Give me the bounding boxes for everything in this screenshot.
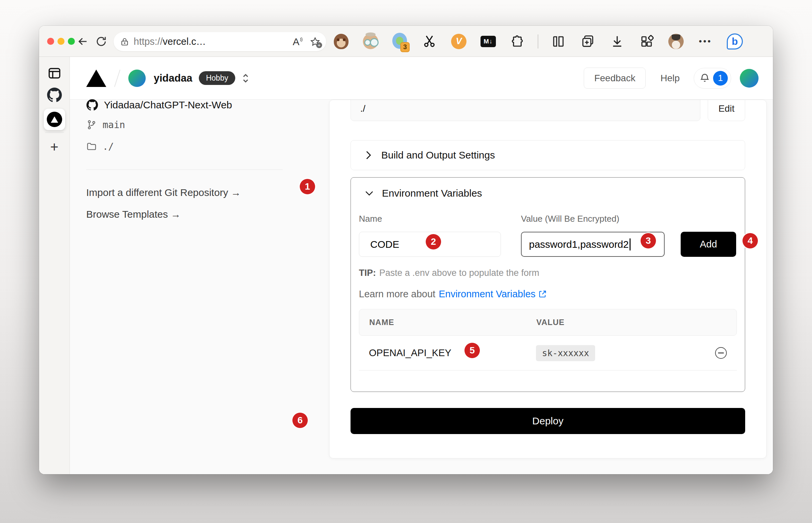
selected-repo-row: Yidadaa/ChatGPT-Next-Web <box>86 99 232 111</box>
breadcrumb-slash <box>114 70 121 87</box>
vercel-header: yidadaa Hobby Feedback Help 1 <box>70 57 773 100</box>
add-label: Add <box>700 239 717 250</box>
proxy-extension-icon[interactable]: 3 <box>391 32 409 51</box>
markdown-extension-icon[interactable]: M↓ <box>479 32 497 51</box>
puzzle-icon <box>511 34 525 49</box>
sound-waves-icon <box>299 37 304 44</box>
lock-icon <box>120 37 129 47</box>
settings-more-button[interactable]: ••• <box>696 32 715 51</box>
annotation-badge-1: 1 <box>300 179 315 194</box>
root-path-input[interactable]: ./ <box>351 100 700 121</box>
monkey-icon <box>334 34 348 49</box>
environment-variables-section: Environment Variables Name Value (Will B… <box>351 177 745 392</box>
env-tip: TIP: Paste a .env above to populate the … <box>359 267 737 279</box>
scissors-icon <box>422 34 437 49</box>
help-link[interactable]: Help <box>660 73 680 84</box>
repo-name: Yidadaa/ChatGPT-Next-Web <box>104 99 232 111</box>
close-window-button[interactable] <box>47 38 54 45</box>
sidebar-add-button[interactable]: + <box>50 139 58 155</box>
bing-icon: b <box>727 33 743 50</box>
tampermonkey-extension-icon[interactable] <box>332 32 351 51</box>
env-form-row: CODE password1,password2 Add <box>359 232 737 257</box>
env-row-value: sk-xxxxxx <box>536 345 595 361</box>
profile-button[interactable] <box>667 32 685 51</box>
extensions-menu-button[interactable] <box>508 32 527 51</box>
annotation-badge-4: 4 <box>742 233 758 249</box>
plan-badge: Hobby <box>199 71 235 85</box>
env-row-name: OPENAI_API_KEY <box>369 347 536 359</box>
back-arrow-icon <box>77 35 89 48</box>
apps-launcher-button[interactable] <box>637 32 656 51</box>
env-section-header[interactable]: Environment Variables <box>359 187 737 200</box>
env-table-name-header: NAME <box>369 318 536 327</box>
vercel-app-icon <box>47 112 62 127</box>
env-table-header: NAME VALUE <box>359 309 737 336</box>
downloads-button[interactable] <box>608 32 626 51</box>
git-branch-icon <box>86 119 97 130</box>
split-screen-button[interactable] <box>549 32 568 51</box>
browse-templates-link[interactable]: Browse Templates → <box>86 208 181 221</box>
read-aloud-button[interactable]: A <box>293 37 304 47</box>
branch-name: main <box>102 120 125 130</box>
sidebar-divider <box>45 132 64 133</box>
import-different-repo-link[interactable]: Import a different Git Repository → <box>86 186 241 199</box>
reload-icon <box>95 35 107 48</box>
clipper-extension-icon[interactable] <box>420 32 439 51</box>
edit-root-button[interactable]: Edit <box>708 100 745 121</box>
apps-grid-icon <box>640 34 654 49</box>
vercel-page: yidadaa Hobby Feedback Help 1 Yidad <box>70 57 773 474</box>
add-env-button[interactable]: Add <box>681 232 736 257</box>
proxy-globe-icon: 3 <box>392 33 408 50</box>
reload-button[interactable] <box>92 26 111 57</box>
env-value-value: password1,password2 <box>529 239 629 250</box>
collections-button[interactable] <box>579 32 597 51</box>
learn-more-text: Learn more about <box>359 289 435 300</box>
env-section-title: Environment Variables <box>382 187 482 199</box>
edge-sidebar: + <box>39 57 70 474</box>
env-table-row: OPENAI_API_KEY sk-xxxxxx <box>359 336 737 371</box>
address-bar[interactable]: https://vercel.c… A + <box>114 32 326 51</box>
reader-extension-icon[interactable] <box>361 32 380 51</box>
url-scheme: https:// <box>134 36 163 47</box>
root-path-row: ./ Edit <box>351 100 745 121</box>
branch-row: main <box>86 119 125 131</box>
chevron-right-icon <box>364 150 372 160</box>
value-label: Value (Will Be Encrypted) <box>521 214 737 224</box>
sidebar-tabs-button[interactable] <box>48 66 61 80</box>
notifications-button[interactable]: 1 <box>694 68 731 89</box>
chevron-down-icon <box>365 190 374 197</box>
person-glasses-icon <box>363 34 378 49</box>
bing-chat-button[interactable]: b <box>725 32 744 51</box>
env-field-labels: Name Value (Will Be Encrypted) <box>359 214 737 224</box>
chevron-updown-icon <box>241 73 250 84</box>
team-switcher-button[interactable] <box>241 73 250 84</box>
sidebar-github-button[interactable] <box>47 87 62 103</box>
minimize-window-button[interactable] <box>57 38 64 45</box>
text-caret <box>629 238 630 251</box>
deploy-button[interactable]: Deploy <box>351 408 745 434</box>
import-page-body: Yidadaa/ChatGPT-Next-Web main ./ Import … <box>70 100 773 474</box>
toolbar-separator <box>538 34 538 49</box>
bell-icon <box>699 73 710 84</box>
add-favorite-button[interactable]: + <box>310 37 320 47</box>
sidebar-vercel-button-active[interactable] <box>44 109 65 130</box>
build-output-settings-section[interactable]: Build and Output Settings <box>351 140 745 170</box>
back-button[interactable] <box>74 26 92 57</box>
left-column-divider <box>86 169 283 170</box>
env-docs-link-label: Environment Variables <box>439 289 536 300</box>
env-docs-link[interactable]: Environment Variables <box>439 289 547 300</box>
url-domain: vercel.c… <box>163 36 206 47</box>
profile-avatar <box>668 34 684 49</box>
remove-env-button[interactable] <box>715 347 727 359</box>
feedback-button[interactable]: Feedback <box>584 68 646 89</box>
edit-label: Edit <box>718 103 735 114</box>
deploy-label: Deploy <box>532 415 563 427</box>
tip-text: Paste a .env above to populate the form <box>379 268 539 278</box>
root-directory-row: ./ <box>86 141 114 152</box>
extension-strip: 3 V M↓ ••• <box>332 26 744 57</box>
env-table-value-header: VALUE <box>536 318 565 327</box>
import-config-card: ./ Edit Build and Output Settings Enviro… <box>329 100 767 458</box>
vc-extension-icon[interactable]: V <box>450 32 468 51</box>
vercel-logo-icon[interactable] <box>86 70 106 87</box>
user-avatar[interactable] <box>740 69 758 88</box>
